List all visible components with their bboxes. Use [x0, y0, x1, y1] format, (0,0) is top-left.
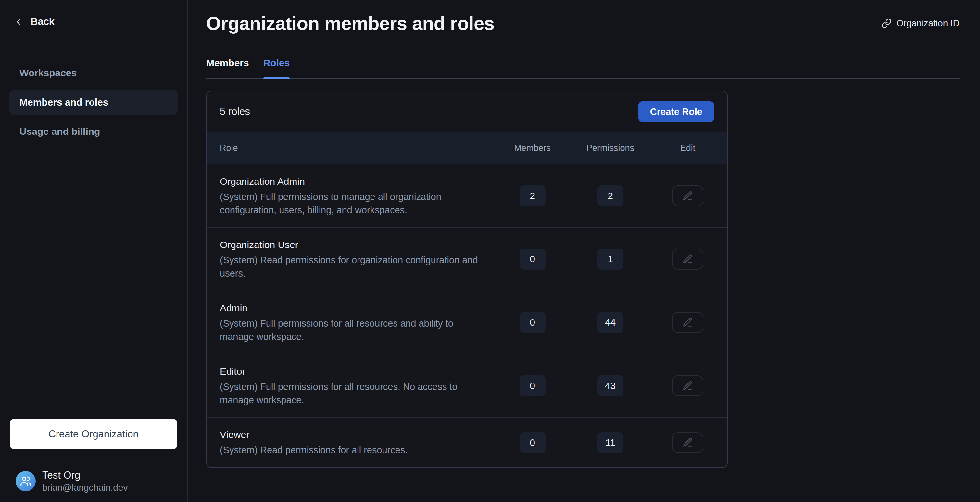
- role-name: Editor: [220, 365, 489, 378]
- edit-cell: [649, 312, 727, 333]
- create-organization-button[interactable]: Create Organization: [10, 419, 177, 450]
- edit-role-button[interactable]: [672, 375, 703, 396]
- permissions-count-cell: 11: [572, 432, 649, 453]
- role-name: Organization User: [220, 239, 489, 251]
- back-button[interactable]: Back: [0, 0, 187, 44]
- table-row: Organization Admin (System) Full permiss…: [207, 164, 727, 227]
- role-description: (System) Read permissions for organizati…: [220, 254, 489, 280]
- role-cell: Organization User (System) Read permissi…: [207, 228, 489, 291]
- org-name: Test Org: [42, 469, 127, 482]
- role-cell: Admin (System) Full permissions for all …: [207, 291, 489, 354]
- column-header-permissions: Permissions: [572, 143, 649, 153]
- permissions-count-cell: 1: [572, 249, 649, 270]
- edit-role-button[interactable]: [672, 432, 703, 453]
- column-header-edit: Edit: [649, 143, 727, 153]
- members-count-badge: 0: [520, 312, 546, 333]
- main-content: Organization members and roles Organizat…: [188, 0, 980, 502]
- edit-role-button[interactable]: [672, 186, 703, 206]
- members-count-badge: 0: [520, 432, 546, 453]
- avatar: [16, 471, 36, 491]
- permissions-count-cell: 43: [572, 375, 649, 396]
- organization-id-link[interactable]: Organization ID: [881, 18, 959, 29]
- edit-cell: [649, 432, 727, 453]
- create-role-button[interactable]: Create Role: [638, 101, 714, 122]
- edit-role-button[interactable]: [672, 312, 703, 333]
- pencil-icon: [682, 437, 693, 448]
- sidebar-item-label: Usage and billing: [19, 126, 100, 137]
- permissions-count-badge: 2: [598, 186, 624, 206]
- members-count-badge: 0: [520, 249, 546, 270]
- members-count-badge: 0: [520, 375, 546, 396]
- roles-count: 5 roles: [220, 106, 250, 118]
- pencil-icon: [682, 254, 693, 265]
- column-header-role: Role: [207, 143, 493, 153]
- role-name: Admin: [220, 302, 489, 314]
- user-email: brian@langchain.dev: [42, 482, 127, 494]
- role-description: (System) Read permissions for all resour…: [220, 443, 489, 457]
- members-count-badge: 2: [520, 186, 546, 206]
- permissions-count-badge: 44: [598, 312, 624, 333]
- table-row: Editor (System) Full permissions for all…: [207, 354, 727, 417]
- sidebar-spacer: [0, 146, 187, 419]
- page-header: Organization members and roles Organizat…: [206, 12, 959, 34]
- table-header-row: Role Members Permissions Edit: [207, 132, 727, 164]
- edit-cell: [649, 186, 727, 206]
- role-cell: Editor (System) Full permissions for all…: [207, 354, 489, 417]
- profile-text: Test Org brian@langchain.dev: [42, 469, 127, 494]
- role-description: (System) Full permissions for all resour…: [220, 317, 489, 343]
- page-title: Organization members and roles: [206, 12, 494, 34]
- table-row: Admin (System) Full permissions for all …: [207, 291, 727, 354]
- pencil-icon: [682, 380, 693, 391]
- tab-members[interactable]: Members: [206, 57, 249, 78]
- members-count-cell: 0: [493, 249, 572, 270]
- members-count-cell: 0: [493, 375, 572, 396]
- permissions-count-badge: 11: [598, 432, 624, 453]
- sidebar-item-label: Workspaces: [19, 68, 76, 79]
- role-description: (System) Full permissions to manage all …: [220, 190, 489, 217]
- tab-bar: Members Roles: [206, 57, 959, 79]
- back-label: Back: [30, 16, 54, 28]
- sidebar-nav: Workspaces Members and roles Usage and b…: [0, 44, 187, 146]
- permissions-count-badge: 1: [598, 249, 624, 270]
- sidebar-item-members-and-roles[interactable]: Members and roles: [9, 90, 178, 115]
- role-cell: Viewer (System) Read permissions for all…: [207, 418, 489, 467]
- edit-role-button[interactable]: [672, 249, 703, 270]
- sidebar-item-usage-and-billing[interactable]: Usage and billing: [9, 119, 178, 144]
- sidebar-item-label: Members and roles: [19, 97, 108, 108]
- members-count-cell: 0: [493, 432, 572, 453]
- table-row: Organization User (System) Read permissi…: [207, 227, 727, 291]
- role-name: Viewer: [220, 429, 489, 441]
- tab-roles[interactable]: Roles: [263, 57, 290, 78]
- chevron-left-icon: [13, 16, 24, 27]
- permissions-count-badge: 43: [598, 375, 624, 396]
- organization-id-label: Organization ID: [896, 18, 959, 29]
- link-icon: [881, 18, 892, 29]
- permissions-count-cell: 44: [572, 312, 649, 333]
- table-row: Viewer (System) Read permissions for all…: [207, 417, 727, 467]
- role-cell: Organization Admin (System) Full permiss…: [207, 164, 489, 227]
- edit-cell: [649, 375, 727, 396]
- pencil-icon: [682, 190, 693, 201]
- role-name: Organization Admin: [220, 175, 489, 188]
- members-count-cell: 0: [493, 312, 572, 333]
- permissions-count-cell: 2: [572, 186, 649, 206]
- role-description: (System) Full permissions for all resour…: [220, 380, 489, 407]
- pencil-icon: [682, 317, 693, 328]
- org-profile[interactable]: Test Org brian@langchain.dev: [0, 469, 187, 502]
- roles-card: 5 roles Create Role Role Members Permiss…: [206, 91, 728, 468]
- column-header-members: Members: [493, 143, 572, 153]
- users-group-icon: [20, 475, 32, 487]
- edit-cell: [649, 249, 727, 270]
- sidebar-item-workspaces[interactable]: Workspaces: [9, 60, 178, 86]
- roles-card-header: 5 roles Create Role: [207, 91, 727, 132]
- members-count-cell: 2: [493, 186, 572, 206]
- sidebar: Back Workspaces Members and roles Usage …: [0, 0, 188, 502]
